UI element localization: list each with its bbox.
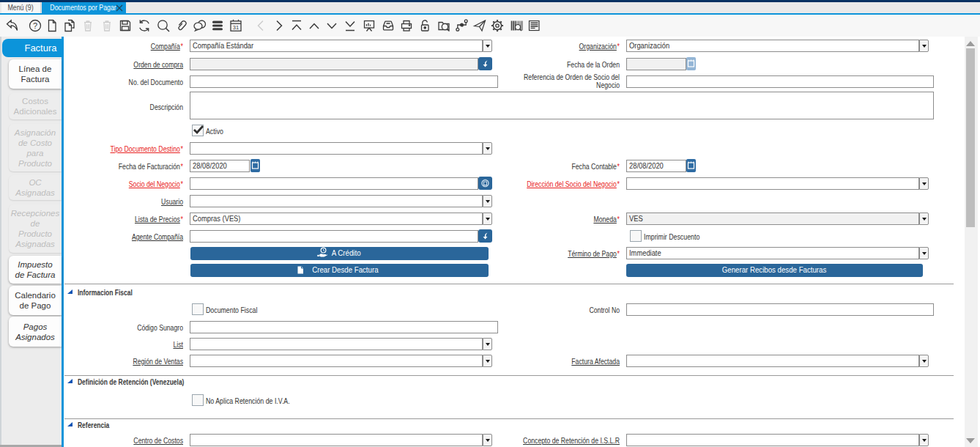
svg-text:?: ? <box>33 21 37 30</box>
svg-text:31: 31 <box>233 24 239 31</box>
